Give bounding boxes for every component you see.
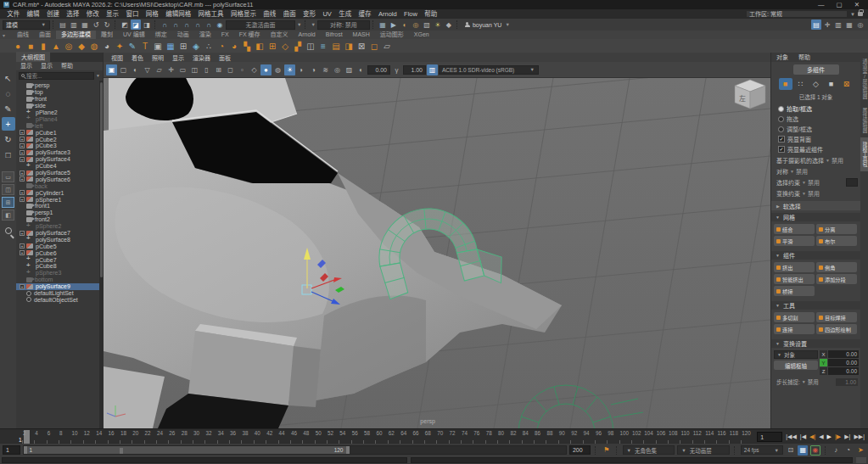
frame-tick[interactable]: 46 bbox=[290, 429, 302, 444]
outliner-item[interactable]: persp1 bbox=[16, 210, 103, 216]
redo-icon[interactable]: ↻ bbox=[102, 20, 112, 30]
multi-cut-icon[interactable]: ▞ bbox=[292, 40, 304, 52]
snap-grid-icon[interactable]: ∩ bbox=[160, 20, 170, 30]
selection-style-radio[interactable]: 拖选 bbox=[771, 114, 860, 124]
shelf-tab[interactable]: 绑定 bbox=[150, 31, 172, 39]
shelf-tab[interactable]: FX bbox=[216, 31, 234, 39]
text-tool-icon[interactable]: T bbox=[139, 40, 151, 52]
sidebar-vertical-tab[interactable]: 属性编辑器 bbox=[860, 103, 868, 137]
outliner-item[interactable]: + polySurface9 bbox=[16, 283, 103, 290]
gamma-field[interactable]: 1.00 bbox=[403, 65, 426, 75]
camera-attributes-icon[interactable]: ◐ bbox=[130, 64, 141, 75]
outliner-item[interactable]: pCube4 bbox=[16, 163, 103, 170]
outliner-item[interactable]: persp bbox=[16, 82, 103, 89]
component-operation-button[interactable]: 智能挤出 bbox=[774, 274, 815, 284]
panel-menu-item[interactable]: 渲染器 bbox=[188, 53, 215, 62]
combine-icon[interactable]: ◔ bbox=[216, 40, 227, 52]
menu-item[interactable]: 变形 bbox=[300, 9, 319, 19]
poly-disc-icon[interactable]: ◍ bbox=[88, 40, 100, 52]
target-weld-icon[interactable]: ◫ bbox=[305, 40, 316, 52]
outliner-tab[interactable]: 大纲视图 bbox=[16, 52, 50, 62]
search-input[interactable] bbox=[26, 73, 92, 79]
wireframe-icon[interactable]: ◇ bbox=[249, 64, 260, 75]
outliner-item[interactable]: + polySurface5 bbox=[16, 170, 103, 176]
frame-tick[interactable]: 78 bbox=[485, 429, 497, 444]
multi-component-button[interactable]: 多组件 bbox=[793, 64, 839, 75]
outliner-item[interactable]: + pCylinder1 bbox=[16, 189, 103, 196]
menu-item[interactable]: 生成 bbox=[335, 9, 355, 19]
open-scene-icon[interactable]: ▥ bbox=[69, 20, 79, 30]
workspace-selector[interactable]: 工作区: 常规 ▼ bbox=[746, 10, 865, 18]
expand-toggle-icon[interactable]: + bbox=[20, 137, 25, 142]
view-transform-icon[interactable]: ▥ bbox=[427, 64, 438, 75]
step-back-frame-button[interactable]: |◀ bbox=[798, 431, 808, 443]
outliner-item[interactable]: polySurface8 bbox=[16, 236, 103, 243]
frame-tick[interactable]: 104 bbox=[643, 429, 655, 444]
toolkit-checkbox[interactable]: 亮显最近组件 bbox=[771, 144, 860, 154]
frame-tick[interactable]: 2 bbox=[22, 429, 34, 444]
quad-draw-icon[interactable]: ▤ bbox=[330, 40, 342, 52]
command-input[interactable] bbox=[2, 457, 407, 463]
menu-item[interactable]: 文件 bbox=[3, 9, 23, 19]
shelf-tab[interactable]: 运动图形 bbox=[375, 31, 409, 39]
type-tool-icon[interactable]: ▣ bbox=[152, 40, 164, 52]
shelf-tab[interactable]: Arnold bbox=[294, 31, 321, 39]
exposure-field[interactable]: 0.00 bbox=[367, 65, 390, 75]
move-tool[interactable]: + bbox=[2, 117, 15, 131]
frame-tick[interactable]: 56 bbox=[351, 429, 363, 444]
expand-toggle-icon[interactable]: + bbox=[20, 197, 25, 202]
channel-box-toggle-icon[interactable]: ▥ bbox=[833, 20, 843, 30]
paint-select-tool[interactable]: ✎ bbox=[2, 102, 15, 115]
frame-tick[interactable]: 64 bbox=[400, 429, 412, 444]
hypershade-icon[interactable]: ◎ bbox=[411, 20, 421, 30]
frame-tick[interactable]: 10 bbox=[70, 429, 82, 444]
render-settings-icon[interactable]: ◐ bbox=[400, 20, 410, 30]
scale-tool[interactable]: □ bbox=[2, 148, 15, 161]
soft-select-section[interactable]: ▶ 软选择 bbox=[771, 201, 860, 210]
maximize-button[interactable]: ▢ bbox=[837, 0, 843, 9]
transform-settings-header[interactable]: ▼ 变换设置 bbox=[771, 339, 860, 348]
menu-item[interactable]: 显示 bbox=[103, 9, 122, 19]
frame-ticks[interactable]: 2468101214161820222426283032343638404244… bbox=[22, 429, 753, 444]
expand-toggle-icon[interactable]: + bbox=[20, 143, 25, 148]
outliner-search-box[interactable] bbox=[19, 72, 94, 80]
menu-item[interactable]: 创建 bbox=[43, 9, 63, 19]
gate-mask-icon[interactable]: ▯ bbox=[201, 64, 212, 75]
frame-tick[interactable]: 116 bbox=[716, 429, 728, 444]
smooth-icon[interactable]: ▚ bbox=[241, 40, 253, 52]
account-menu[interactable]: boyuan YU ▼ bbox=[462, 22, 514, 28]
anim-layer-dropdown[interactable]: ▼ 无动画层 bbox=[677, 445, 730, 455]
poly-cylinder-icon[interactable]: ▮ bbox=[37, 40, 49, 52]
film-gate-icon[interactable]: ▭ bbox=[177, 64, 188, 75]
select-component-icon[interactable]: ◨ bbox=[142, 20, 152, 30]
sculpt-tool-icon[interactable]: ◕ bbox=[101, 40, 113, 52]
poly-cone-icon[interactable]: ▲ bbox=[50, 40, 62, 52]
frame-tick[interactable]: 20 bbox=[132, 429, 143, 444]
outliner-menu-item[interactable]: 帮助 bbox=[57, 62, 77, 70]
frame-tick[interactable]: 14 bbox=[95, 429, 107, 444]
menu-item[interactable]: 修改 bbox=[83, 9, 103, 19]
object-mode-icon[interactable]: ■ bbox=[779, 78, 792, 90]
range-center-handle[interactable] bbox=[120, 448, 123, 454]
view-cube-face-label[interactable]: 左 bbox=[739, 94, 746, 103]
scene-3d[interactable]: 左 bbox=[104, 78, 770, 428]
outliner-item[interactable]: + pSphere1 bbox=[16, 196, 103, 203]
panel-menu-item[interactable]: 着色 bbox=[127, 53, 148, 62]
mesh-operation-button[interactable]: 平滑 bbox=[774, 236, 815, 246]
xray-icon[interactable]: ▨ bbox=[344, 64, 355, 75]
panel-menu-item[interactable]: 视图 bbox=[107, 53, 127, 62]
expand-toggle-icon[interactable]: + bbox=[20, 190, 25, 195]
frame-tick[interactable]: 36 bbox=[229, 429, 241, 444]
frame-tick[interactable]: 118 bbox=[729, 429, 741, 444]
shadows-icon[interactable]: ◗ bbox=[296, 64, 307, 75]
frame-tick[interactable]: 22 bbox=[144, 429, 156, 444]
menu-item[interactable]: 曲线 bbox=[260, 9, 279, 19]
frame-tick[interactable]: 30 bbox=[193, 429, 204, 444]
attribute-editor-toggle-icon[interactable]: ▤ bbox=[811, 20, 821, 30]
character-controls-toggle-icon[interactable]: ◎ bbox=[855, 20, 865, 30]
constraint-row[interactable]: 对称 ▼ 禁用 bbox=[771, 165, 860, 176]
lock-camera-icon[interactable]: ▢ bbox=[118, 64, 129, 75]
time-settings-icon[interactable]: ◔ bbox=[843, 445, 854, 456]
toolkit-menu-item[interactable]: 帮助 bbox=[793, 53, 815, 62]
viewport-panel[interactable]: 视图着色照明显示渲染器面板 ▣▢◐▽▱✛▭◫▯⊞◻▫◇●◍☀◗◑≋◎▨◐ 0.0… bbox=[104, 53, 770, 428]
